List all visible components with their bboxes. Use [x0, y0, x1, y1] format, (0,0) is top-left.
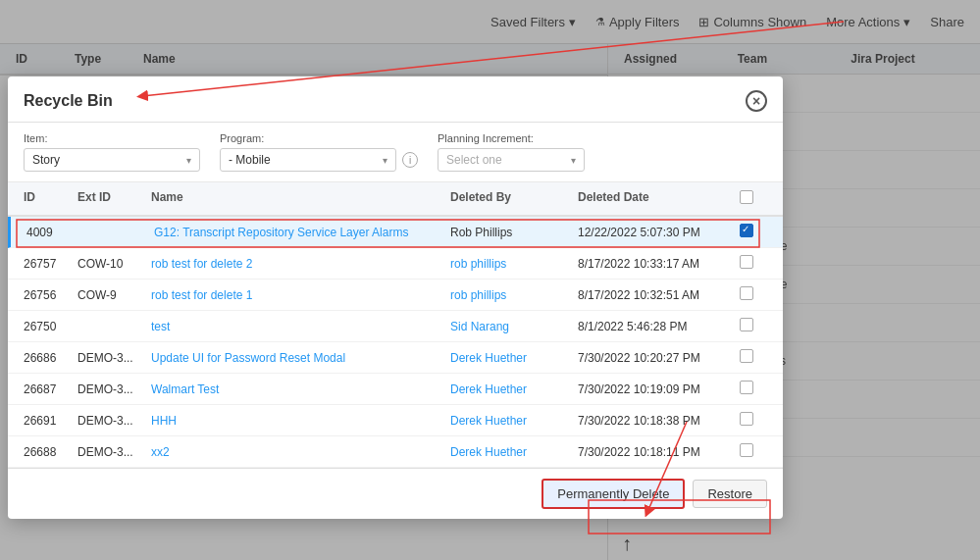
select-all-checkbox[interactable]	[740, 190, 767, 207]
cell-deleted-date: 12/22/2022 5:07:30 PM	[578, 226, 740, 239]
item-filter-group: Item: Story ▾	[24, 132, 200, 172]
cell-name[interactable]: G12: Transcript Repository Service Layer…	[154, 226, 450, 239]
cell-deleted-date: 7/30/2022 10:19:09 PM	[578, 382, 740, 396]
item-chevron-icon: ▾	[186, 155, 191, 166]
row-checkbox[interactable]	[740, 255, 753, 269]
cell-checkbox[interactable]	[740, 224, 767, 240]
table-row[interactable]: 26691 DEMO-3... HHH Derek Huether 7/30/2…	[8, 405, 783, 436]
planning-filter-group: Planning Increment: Select one ▾	[438, 132, 585, 172]
program-filter-value: - Mobile	[229, 153, 271, 167]
cell-deleted-date: 7/30/2022 10:20:27 PM	[578, 351, 740, 365]
table-row[interactable]: 26687 DEMO-3... Walmart Test Derek Hueth…	[8, 374, 783, 405]
name-column-header: Name	[151, 190, 450, 207]
cell-checkbox[interactable]	[740, 318, 767, 334]
recycle-bin-table: ID Ext ID Name Deleted By Deleted Date 4…	[8, 182, 783, 468]
cell-id: 26687	[24, 382, 77, 396]
filter-row: Item: Story ▾ Program: - Mobile ▾ i Plan…	[8, 123, 783, 182]
planning-filter-placeholder: Select one	[446, 153, 502, 167]
cell-ext-id: DEMO-3...	[77, 445, 151, 459]
table-header: ID Ext ID Name Deleted By Deleted Date	[8, 182, 783, 217]
cell-checkbox[interactable]	[740, 286, 767, 303]
row-checkbox[interactable]	[740, 412, 753, 426]
row-checkbox[interactable]	[740, 443, 753, 457]
deleted-date-column-header: Deleted Date	[578, 190, 740, 207]
restore-button[interactable]: Restore	[693, 480, 767, 508]
cell-ext-id: COW-9	[77, 288, 151, 302]
cell-name[interactable]: HHH	[151, 414, 450, 428]
cell-deleted-by: Rob Phillips	[450, 226, 578, 239]
modal-title: Recycle Bin	[24, 92, 113, 110]
cell-checkbox[interactable]	[740, 412, 767, 429]
cell-name[interactable]: test	[151, 320, 450, 333]
cell-deleted-by: Derek Huether	[450, 351, 578, 365]
cell-ext-id: DEMO-3...	[77, 414, 151, 428]
permanently-delete-button[interactable]: Permanently Delete	[542, 479, 685, 509]
planning-filter-select[interactable]: Select one ▾	[438, 148, 585, 172]
ext-id-column-header: Ext ID	[77, 190, 151, 207]
table-row[interactable]: 26686 DEMO-3... Update UI for Password R…	[8, 342, 783, 374]
cell-deleted-by: Derek Huether	[450, 382, 578, 396]
table-row[interactable]: 26757 COW-10 rob test for delete 2 rob p…	[8, 248, 783, 280]
cell-deleted-date: 8/17/2022 10:33:17 AM	[578, 257, 740, 271]
row-checkbox[interactable]	[740, 224, 753, 237]
planning-chevron-icon: ▾	[571, 155, 576, 166]
row-checkbox[interactable]	[740, 286, 753, 300]
table-row[interactable]: 26688 DEMO-3... xx2 Derek Huether 7/30/2…	[8, 436, 783, 468]
program-filter-group: Program: - Mobile ▾ i	[220, 132, 418, 172]
row-checkbox[interactable]	[740, 381, 753, 394]
cell-id: 26691	[24, 414, 77, 428]
cell-deleted-date: 7/30/2022 10:18:38 PM	[578, 414, 740, 428]
program-filter-label: Program:	[220, 132, 418, 144]
cell-ext-id: COW-10	[77, 257, 151, 271]
cell-name[interactable]: Update UI for Password Reset Modal	[151, 351, 450, 365]
cell-deleted-date: 7/30/2022 10:18:11 PM	[578, 445, 740, 459]
cell-deleted-by: rob phillips	[450, 257, 578, 271]
recycle-bin-modal: Recycle Bin × Item: Story ▾ Program: - M…	[8, 76, 783, 519]
cell-id: 26757	[24, 257, 77, 271]
header-checkbox[interactable]	[740, 190, 753, 204]
modal-close-button[interactable]: ×	[746, 90, 767, 112]
item-filter-value: Story	[32, 153, 60, 167]
deleted-by-column-header: Deleted By	[450, 190, 578, 207]
program-chevron-icon: ▾	[383, 155, 387, 166]
cell-id: 26756	[24, 288, 77, 302]
cell-id: 26750	[24, 320, 77, 333]
cell-deleted-date: 8/1/2022 5:46:28 PM	[578, 320, 740, 333]
table-row[interactable]: 26756 COW-9 rob test for delete 1 rob ph…	[8, 280, 783, 311]
modal-footer: Permanently Delete Restore	[8, 468, 783, 519]
cell-ext-id: DEMO-3...	[77, 351, 151, 365]
cell-deleted-by: Sid Narang	[450, 320, 578, 333]
cell-deleted-by: Derek Huether	[450, 445, 578, 459]
info-icon[interactable]: i	[402, 152, 418, 168]
planning-filter-label: Planning Increment:	[438, 132, 585, 144]
row-checkbox[interactable]	[740, 349, 753, 363]
cell-checkbox[interactable]	[740, 349, 767, 366]
cell-name[interactable]: Walmart Test	[151, 382, 450, 396]
cell-ext-id: DEMO-3...	[77, 382, 151, 396]
cell-checkbox[interactable]	[740, 443, 767, 460]
cell-deleted-date: 8/17/2022 10:32:51 AM	[578, 288, 740, 302]
id-column-header: ID	[24, 190, 77, 207]
modal-header: Recycle Bin ×	[8, 76, 783, 123]
table-rows-container: 4009 G12: Transcript Repository Service …	[8, 217, 783, 468]
cell-deleted-by: Derek Huether	[450, 414, 578, 428]
cell-checkbox[interactable]	[740, 381, 767, 397]
cell-name[interactable]: rob test for delete 1	[151, 288, 450, 302]
table-row[interactable]: 4009 G12: Transcript Repository Service …	[8, 217, 783, 248]
item-filter-select[interactable]: Story ▾	[24, 148, 200, 172]
cell-id: 4009	[26, 226, 80, 239]
cell-deleted-by: rob phillips	[450, 288, 578, 302]
item-filter-label: Item:	[24, 132, 200, 144]
cell-name[interactable]: xx2	[151, 445, 450, 459]
cell-id: 26688	[24, 445, 77, 459]
cell-name[interactable]: rob test for delete 2	[151, 257, 450, 271]
cell-checkbox[interactable]	[740, 255, 767, 272]
program-filter-select[interactable]: - Mobile ▾	[220, 148, 396, 172]
cell-id: 26686	[24, 351, 77, 365]
row-checkbox[interactable]	[740, 318, 753, 331]
table-row[interactable]: 26750 test Sid Narang 8/1/2022 5:46:28 P…	[8, 311, 783, 342]
